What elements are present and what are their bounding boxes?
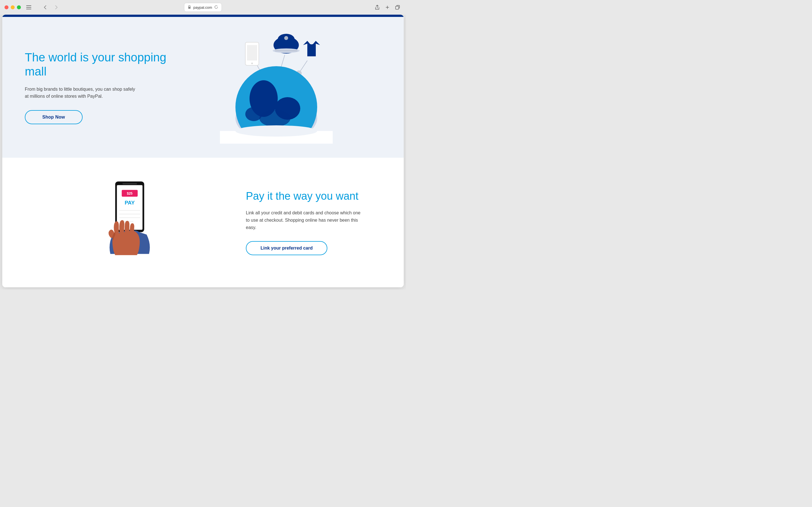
share-button[interactable] bbox=[373, 3, 381, 11]
traffic-light-green[interactable] bbox=[17, 5, 21, 9]
svg-rect-3 bbox=[188, 7, 191, 9]
svg-point-19 bbox=[236, 125, 317, 136]
new-tab-button[interactable] bbox=[384, 3, 391, 11]
svg-text:PAY: PAY bbox=[124, 200, 135, 206]
svg-rect-2 bbox=[26, 9, 31, 9]
svg-rect-27 bbox=[275, 50, 297, 52]
browser-actions bbox=[373, 3, 402, 11]
reload-button[interactable] bbox=[214, 5, 218, 10]
svg-rect-1 bbox=[26, 7, 31, 8]
svg-point-22 bbox=[251, 62, 253, 64]
svg-point-17 bbox=[245, 107, 262, 121]
globe-illustration bbox=[220, 31, 333, 144]
lock-icon bbox=[188, 5, 191, 10]
svg-rect-30 bbox=[122, 183, 137, 184]
back-button[interactable] bbox=[41, 3, 49, 11]
top-accent-bar bbox=[2, 15, 404, 17]
pay-content: Pay it the way you want Link all your cr… bbox=[235, 190, 381, 255]
link-card-button[interactable]: Link your preferred card bbox=[246, 241, 327, 255]
svg-rect-21 bbox=[247, 45, 257, 61]
browser-chrome: paypal.com bbox=[0, 0, 406, 15]
forward-button[interactable] bbox=[52, 3, 60, 11]
browser-content: The world is your shopping mall From big… bbox=[2, 15, 404, 287]
pay-title: Pay it the way you want bbox=[246, 190, 381, 203]
sidebar-toggle-button[interactable] bbox=[24, 3, 33, 11]
svg-text:$25: $25 bbox=[127, 191, 133, 195]
traffic-light-yellow[interactable] bbox=[11, 5, 15, 9]
svg-rect-0 bbox=[26, 5, 31, 6]
phone-hand-illustration: $25 PAY bbox=[25, 175, 235, 270]
svg-point-25 bbox=[284, 36, 288, 40]
hero-section: The world is your shopping mall From big… bbox=[2, 17, 404, 158]
svg-point-14 bbox=[254, 83, 273, 97]
hero-illustration bbox=[171, 34, 381, 141]
hero-content: The world is your shopping mall From big… bbox=[25, 50, 171, 124]
tabs-button[interactable] bbox=[394, 3, 402, 11]
svg-rect-4 bbox=[396, 6, 399, 9]
shop-now-button[interactable]: Shop Now bbox=[25, 110, 83, 124]
pay-section: $25 PAY bbox=[2, 158, 404, 287]
url-text: paypal.com bbox=[193, 5, 212, 10]
svg-point-16 bbox=[259, 110, 290, 127]
hand-phone-svg: $25 PAY bbox=[96, 175, 163, 270]
hero-description: From big brands to little boutiques, you… bbox=[25, 86, 138, 100]
traffic-lights bbox=[4, 5, 21, 9]
hero-title: The world is your shopping mall bbox=[25, 50, 171, 79]
address-bar[interactable]: paypal.com bbox=[184, 3, 222, 12]
pay-description: Link all your credit and debit cards and… bbox=[246, 209, 364, 231]
traffic-light-red[interactable] bbox=[4, 5, 8, 9]
